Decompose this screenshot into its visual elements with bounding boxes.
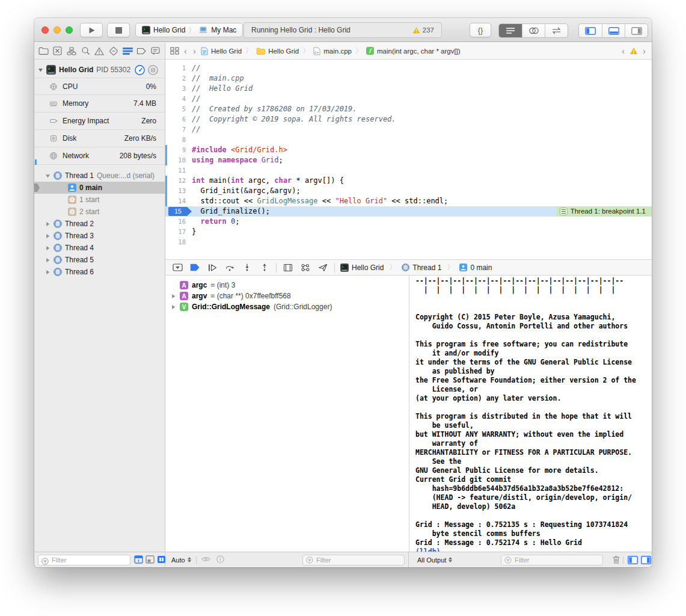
console-filter-field[interactable] (501, 555, 603, 565)
breakpoint-navigator-icon[interactable] (136, 45, 147, 57)
toggle-inspector-button[interactable] (625, 24, 648, 37)
symbol-navigator-icon[interactable] (66, 45, 77, 57)
console-filter-input[interactable] (501, 555, 602, 565)
line-number[interactable]: 9 (165, 145, 192, 155)
process-row[interactable]: Hello Grid PID 55302 (34, 63, 165, 76)
stack-frame-row[interactable]: 1 start (34, 194, 165, 206)
line-number[interactable]: 7 (165, 125, 192, 135)
variable-row[interactable]: Aargv= (char **) 0x7ffeefbff568 (165, 291, 409, 301)
console-output-popup[interactable]: All Output (417, 556, 452, 564)
line-number[interactable]: 13 (165, 186, 192, 196)
thread-row[interactable]: Thread 2 (34, 218, 165, 230)
thread-row[interactable]: Thread 6 (34, 266, 165, 278)
back-button[interactable]: ‹ (183, 46, 188, 56)
line-number[interactable]: 4 (165, 94, 192, 104)
line-number[interactable]: 11 (165, 165, 192, 176)
debug-breadcrumb-thread[interactable]: Thread 1 (402, 263, 441, 272)
find-navigator-icon[interactable] (80, 45, 91, 57)
version-editor-button[interactable] (545, 24, 568, 37)
run-button[interactable] (80, 23, 103, 37)
filter-crashed-toggle[interactable] (145, 555, 155, 567)
next-issue-button[interactable]: › (642, 46, 647, 56)
variables-scope-popup[interactable]: Auto (171, 556, 191, 564)
toggle-console-view-button[interactable] (641, 556, 651, 565)
toggle-variables-view-button[interactable] (628, 556, 638, 565)
stack-frame-row[interactable]: 0 main (34, 182, 165, 194)
breadcrumb-project[interactable]: Hello Grid (201, 47, 242, 55)
gauge-row-energy-impact[interactable]: Energy ImpactZero (34, 112, 165, 130)
code-snippets-button[interactable]: {} (470, 23, 491, 37)
step-out-button[interactable] (259, 262, 271, 273)
thread-row[interactable]: Thread 5 (34, 254, 165, 266)
breadcrumb-group[interactable]: Hello Grid (256, 48, 299, 55)
toggle-navigator-button[interactable] (579, 24, 602, 37)
thread-row[interactable]: Thread 3 (34, 230, 165, 242)
line-number[interactable]: 16 (165, 217, 192, 227)
related-items-icon[interactable] (170, 47, 179, 55)
debug-breadcrumb-frame[interactable]: 0 main (459, 263, 492, 272)
gauge-row-cpu[interactable]: CPU0% (34, 78, 165, 95)
line-number[interactable]: 3 (165, 84, 192, 94)
debug-view-hierarchy-button[interactable] (282, 262, 294, 273)
forward-button[interactable]: › (192, 46, 197, 56)
breakpoint-marker[interactable]: 15 (168, 207, 192, 216)
gauge-row-disk[interactable]: DiskZero KB/s (34, 130, 165, 147)
warning-count-badge[interactable]: 237 (412, 26, 441, 34)
step-into-button[interactable] (241, 262, 253, 273)
navigator-filter-input[interactable] (38, 555, 130, 565)
standard-editor-button[interactable] (499, 24, 522, 37)
variables-filter-field[interactable] (302, 555, 405, 565)
gauge-row-network[interactable]: Network208 bytes/s (34, 147, 165, 165)
line-number[interactable]: 5 (165, 104, 192, 114)
info-button[interactable] (216, 555, 224, 564)
zoom-window-button[interactable] (66, 26, 73, 34)
disclosure-right-icon[interactable] (171, 304, 176, 310)
clear-console-button[interactable] (612, 555, 620, 565)
variable-row[interactable]: Aargc= (int) 3 (165, 280, 409, 291)
line-number[interactable]: 2 (165, 73, 192, 84)
memory-graph-button[interactable] (299, 262, 311, 273)
issue-navigator-icon[interactable] (94, 45, 105, 57)
line-number[interactable]: 10 (165, 155, 192, 165)
threads-view-button[interactable] (148, 65, 158, 75)
navigator-filter-field[interactable] (38, 555, 130, 565)
stack-frame-row[interactable]: 2 start (34, 206, 165, 218)
debug-navigator-icon[interactable] (122, 45, 133, 57)
variables-filter-input[interactable] (303, 555, 404, 565)
stop-button[interactable] (107, 23, 130, 37)
minimize-window-button[interactable] (54, 26, 61, 34)
disclosure-down-icon[interactable] (38, 67, 43, 73)
source-control-navigator-icon[interactable] (52, 45, 63, 57)
simulate-location-button[interactable] (317, 262, 329, 273)
test-navigator-icon[interactable] (108, 45, 119, 57)
breakpoints-toggle-button[interactable] (189, 262, 201, 273)
previous-issue-button[interactable]: ‹ (620, 46, 626, 56)
continue-button[interactable] (206, 262, 218, 273)
thread-row[interactable]: Thread 4 (34, 242, 165, 254)
debug-breadcrumb-target[interactable]: Hello Grid (340, 263, 384, 272)
close-window-button[interactable] (41, 26, 49, 34)
filter-running-toggle[interactable] (134, 555, 144, 567)
toggle-debug-area-button[interactable] (602, 24, 625, 37)
line-number[interactable]: 8 (165, 135, 192, 145)
report-navigator-icon[interactable] (150, 45, 161, 57)
line-number[interactable]: 17 (165, 227, 192, 237)
step-over-button[interactable] (224, 262, 236, 273)
breadcrumb-symbol[interactable]: f main(int argc, char * argv[]) (366, 47, 461, 55)
variable-row[interactable]: VGrid::GridLogMessage(Grid::GridLogger) (165, 301, 409, 312)
project-navigator-icon[interactable] (38, 45, 49, 57)
gauges-view-button[interactable] (135, 65, 145, 75)
quicklook-button[interactable] (201, 556, 210, 564)
line-number[interactable]: 1 (165, 63, 192, 73)
thread-row[interactable]: Thread 1Queue:...d (serial) (34, 170, 165, 182)
line-number[interactable]: 12 (165, 176, 192, 186)
hide-debug-area-button[interactable] (171, 262, 183, 273)
line-number[interactable]: 14 (165, 196, 192, 206)
line-number[interactable]: 18 (165, 237, 192, 247)
disclosure-right-icon[interactable] (171, 294, 176, 299)
assistant-editor-button[interactable] (522, 24, 545, 37)
line-number[interactable]: 6 (165, 114, 192, 125)
gauge-row-memory[interactable]: Memory7.4 MB (34, 95, 165, 112)
scheme-selector[interactable]: Hello Grid 〉 My Mac (135, 23, 243, 37)
breadcrumb-file[interactable]: c+ main.cpp (313, 47, 352, 55)
